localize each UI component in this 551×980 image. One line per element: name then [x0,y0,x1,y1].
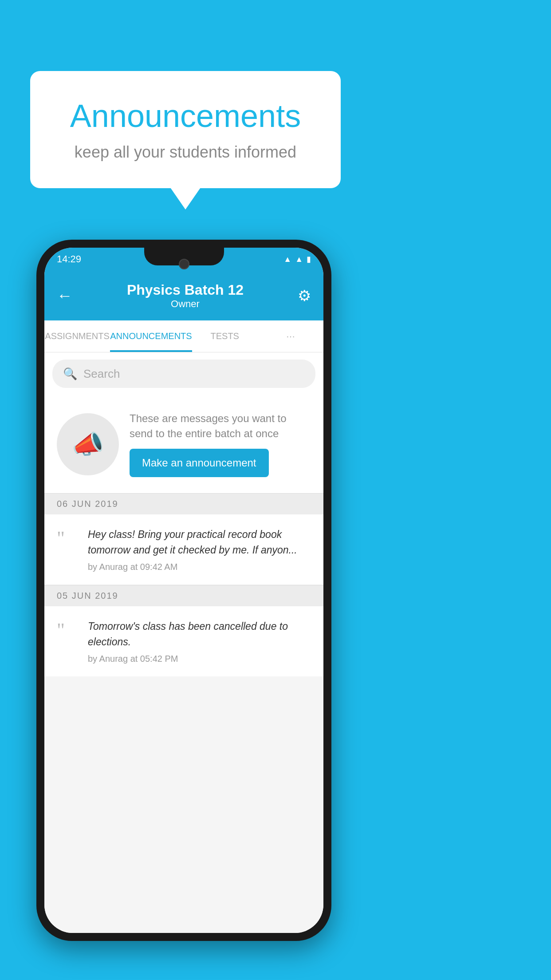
tabs-bar: ASSIGNMENTS ANNOUNCEMENTS TESTS ⋯ [44,320,323,352]
announcement-item-2[interactable]: " Tomorrow's class has been cancelled du… [44,606,323,676]
speech-bubble: Announcements keep all your students inf… [30,71,341,188]
phone-notch [144,248,224,265]
signal-icon [295,255,303,264]
tab-announcements[interactable]: ANNOUNCEMENTS [110,320,192,352]
bubble-subtitle: keep all your students informed [52,143,319,162]
header-center: Physics Batch 12 Owner [127,282,244,310]
date-separator-1: 06 JUN 2019 [44,493,323,514]
wifi-icon [283,255,291,264]
bubble-title: Announcements [52,98,319,134]
status-time: 14:29 [57,253,81,265]
settings-icon[interactable]: ⚙ [298,287,311,304]
promo-card: 📣 These are messages you want to send to… [44,395,323,493]
app-header: ← Physics Batch 12 Owner ⚙ [44,271,323,320]
phone-device: 14:29 ← Physics Batch 12 Owner ⚙ [36,240,331,941]
promo-description: These are messages you want to send to t… [130,411,311,441]
search-bar[interactable]: 🔍 Search [52,360,315,388]
announcement-text-1: Hey class! Bring your practical record b… [88,527,311,557]
date-separator-2: 05 JUN 2019 [44,585,323,606]
announcement-content-2: Tomorrow's class has been cancelled due … [88,619,311,664]
phone-frame: 14:29 ← Physics Batch 12 Owner ⚙ [36,240,331,941]
announcement-item-1[interactable]: " Hey class! Bring your practical record… [44,514,323,585]
tab-more[interactable]: ⋯ [258,320,323,352]
battery-icon [307,254,311,264]
megaphone-icon: 📣 [72,429,104,459]
announcement-icon-circle: 📣 [57,413,119,475]
announcement-meta-2: by Anurag at 05:42 PM [88,654,311,664]
search-input[interactable]: Search [83,367,120,381]
phone-camera [179,259,189,269]
announcement-text-2: Tomorrow's class has been cancelled due … [88,619,311,649]
quote-icon-1: " [57,529,79,548]
tab-assignments[interactable]: ASSIGNMENTS [44,320,110,352]
speech-bubble-section: Announcements keep all your students inf… [30,71,341,188]
status-icons [283,254,311,264]
announcement-content-1: Hey class! Bring your practical record b… [88,527,311,572]
quote-icon-2: " [57,620,79,640]
back-button[interactable]: ← [57,286,73,305]
promo-text-area: These are messages you want to send to t… [130,411,311,477]
search-icon: 🔍 [63,367,77,381]
header-subtitle: Owner [127,298,244,310]
search-bar-wrapper: 🔍 Search [44,352,323,395]
phone-screen: 14:29 ← Physics Batch 12 Owner ⚙ [44,248,323,933]
announcement-meta-1: by Anurag at 09:42 AM [88,562,311,572]
tab-tests[interactable]: TESTS [192,320,258,352]
make-announcement-button[interactable]: Make an announcement [130,449,269,477]
header-title: Physics Batch 12 [127,282,244,298]
content-area: 🔍 Search 📣 These are messages you want t… [44,352,323,933]
